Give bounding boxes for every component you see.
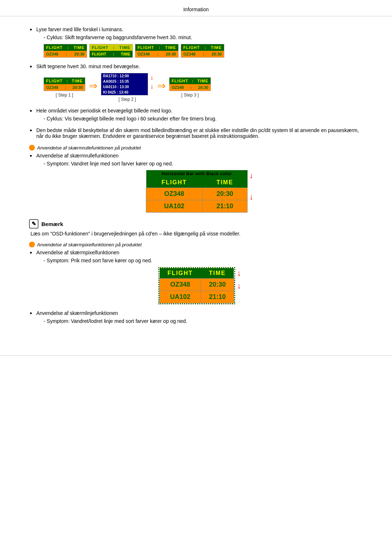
hbar-wrapper: Horizontal Bar with Black color FLIGHT T… (36, 170, 363, 213)
flight-box-1: FLIGHT:TIME OZ348:20:30 (44, 44, 87, 58)
pixel-col2-head: TIME (201, 268, 234, 279)
page-header: Information (0, 0, 392, 16)
bullet-item-1: • Lyse farver med lille forskel i lumina… (29, 26, 363, 58)
pixel-inner-table: FLIGHT TIME OZ348 20:30 UA102 (159, 268, 234, 303)
main-content: • Lyse farver med lille forskel i lumina… (0, 23, 392, 344)
scroll-subnote: - Symptom: Vandret linje med sort farver… (44, 161, 363, 167)
flight-box-2: FLIGHT:TIME FLIGHT:TIME (89, 44, 133, 58)
note-title: ✎ Bemærk (29, 219, 363, 229)
pixel-table-wrap: FLIGHT TIME OZ348 20:30 UA102 (36, 267, 363, 304)
note-section: ✎ Bemærk Læs om "OSD-funktionen" i bruge… (29, 219, 363, 237)
step2-label: [ Step 2 ] (118, 97, 136, 102)
italic-label-1: Anvendelse af skærmrullefunktionen på pr… (37, 145, 141, 151)
pixel-row2-col1: UA102 (160, 291, 201, 303)
italic-label-2: Anvendelse af skærmpixelfunktionen på pr… (37, 242, 142, 247)
pixel-subnote: - Symptom: Prik med sort farve kører op … (44, 258, 363, 263)
bullet-dot-3: • (30, 108, 32, 114)
hbar-row2-col1: UA102 (146, 200, 203, 213)
step3-wrap: FLIGHT:TIME OZ348:20:30 [ Step 3 ] (169, 77, 211, 98)
pixel-arrow-1: ↓ (237, 268, 241, 279)
step2-box: RA1710 : 12:00 AA0025 : 15:35 UA0110 : 1… (101, 73, 148, 95)
step3-data: OZ348:20:30 (170, 84, 211, 91)
page-title: Information (183, 7, 209, 12)
flight-box-4-header: FLIGHT:TIME (181, 44, 224, 51)
flight-box-3-header: FLIGHT:TIME (135, 44, 178, 51)
step2-wrap: RA1710 : 12:00 AA0025 : 15:35 UA0110 : 1… (101, 73, 154, 102)
italic-line-2: Anvendelse af skærmpixelfunktionen på pr… (29, 242, 363, 247)
hbar-arrow-1: ↓ (249, 170, 253, 181)
flight-box-2-header: FLIGHT:TIME (90, 44, 132, 51)
flight-box-3: FLIGHT:TIME OZ348:20:30 (135, 44, 179, 58)
hbar-row1-col2: 20:30 (202, 188, 247, 200)
step1-header: FLIGHT:TIME (44, 78, 85, 84)
line-bullet: • Anvendelse af skærmlinjefunktionen - S… (29, 310, 363, 324)
bullet-text-4: Den bedste måde til beskyttelse af din s… (36, 127, 359, 139)
pixel-table: FLIGHT TIME OZ348 20:30 UA102 (158, 267, 235, 304)
pixel-arrows: ↓ ↓ (237, 267, 241, 292)
flight-box-2-data: FLIGHT:TIME (90, 51, 132, 57)
pixel-bullet-text: Anvendelse af skærmpixelfunktionen (36, 250, 119, 255)
note-icon: ✎ (29, 219, 38, 229)
step3-label: [ Step 3 ] (181, 93, 199, 98)
subnote-1: - Cyklus: Skift tegnfarverne og baggrund… (44, 34, 363, 40)
pixel-with-arrow: FLIGHT TIME OZ348 20:30 UA102 (158, 267, 241, 304)
note-text: Læs om "OSD-funktionen" i brugervejledni… (30, 231, 363, 237)
hbar-table: Horizontal Bar with Black color FLIGHT T… (146, 170, 248, 213)
line-bullet-dot: • (30, 310, 32, 317)
hbar-top-label: Horizontal Bar with Black color (146, 170, 248, 177)
bullet-text-1: Lyse farver med lille forskel i luminans… (36, 26, 123, 32)
pixel-row1-col1: OZ348 (160, 279, 201, 291)
pixel-bullet: • Anvendelse af skærmpixelfunktionen - S… (29, 250, 363, 304)
bullet-item-3: • Hele området viser periodisk et bevæge… (29, 108, 363, 122)
bullet-dot-4: • (30, 127, 32, 134)
hbar-row2-col2: 21:10 (202, 200, 247, 213)
step2-arrows: ↓ ↓ (150, 73, 154, 91)
step3-header: FLIGHT:TIME (170, 78, 211, 84)
italic-line-1: Anvendelse af skærmrullefunktionen på pr… (29, 145, 363, 151)
hbar-col2-head: TIME (202, 177, 247, 188)
line-bullet-text: Anvendelse af skærmlinjefunktionen (36, 310, 118, 316)
pixel-col1-head: FLIGHT (160, 268, 201, 279)
step-group: FLIGHT:TIME OZ348:20:30 [ Step 1 ] ⇒ RA1… (44, 73, 363, 102)
step1-box: FLIGHT:TIME OZ348:20:30 (44, 77, 85, 91)
pixel-row1-col2: 20:30 (201, 279, 234, 291)
flight-display-group-1: FLIGHT:TIME OZ348:20:30 FLIGHT:TIME FLIG… (44, 44, 363, 58)
subnote-3: - Cyklus: Vis bevægeligt billede med log… (44, 116, 363, 122)
step1-wrap: FLIGHT:TIME OZ348:20:30 [ Step 1 ] (44, 77, 85, 98)
step2-box-row: RA1710 : 12:00 AA0025 : 15:35 UA0110 : 1… (101, 73, 154, 95)
step-arrow-2: ⇒ (157, 80, 166, 92)
step3-box: FLIGHT:TIME OZ348:20:30 (169, 77, 211, 91)
pixel-arrow-2: ↓ (237, 280, 241, 292)
page-divider (0, 355, 392, 356)
pixel-dotted-border: FLIGHT TIME OZ348 20:30 UA102 (158, 267, 235, 304)
flight-box-1-header: FLIGHT:TIME (44, 44, 87, 51)
step1-label: [ Step 1 ] (56, 93, 73, 98)
down-arrow-1: ↓ (150, 73, 154, 82)
pixel-bullet-dot: • (30, 250, 32, 256)
note-heading: Bemærk (41, 221, 63, 227)
step2-row1: RA1710 : 12:00 (101, 73, 148, 79)
scroll-bullet: • Anvendelse af skærmrullefunktionen - S… (29, 153, 363, 213)
flight-box-4: FLIGHT:TIME OZ348:20:30 (181, 44, 224, 58)
bullet-item-2: • Skift tegnene hvert 30. minut med bevæ… (29, 63, 363, 102)
bullet-text-2: Skift tegnene hvert 30. minut med bevæge… (36, 63, 140, 69)
step2-row4: KI 0425 : 13:40 (101, 90, 148, 95)
hbar-row1-col1: OZ348 (146, 188, 203, 200)
bullet-text-3: Hele området viser periodisk et bevægeli… (36, 108, 172, 114)
bullet-dot-2: • (30, 63, 32, 70)
flight-box-1-data: OZ348:20:30 (44, 51, 87, 57)
bullet-item-4: • Den bedste måde til beskyttelse af din… (29, 127, 363, 139)
pixel-row2-col2: 21:10 (201, 291, 234, 303)
scroll-bullet-text: Anvendelse af skærmrullefunktionen (36, 153, 118, 159)
hbar-with-arrow: Horizontal Bar with Black color FLIGHT T… (146, 170, 253, 213)
scroll-bullet-dot: • (30, 153, 32, 159)
hbar-arrow-2: ↓ (249, 192, 253, 203)
hbar-arrows: ↓ ↓ (249, 170, 253, 203)
step1-data: OZ348:20:30 (44, 84, 85, 91)
orange-circle-icon-2 (29, 242, 35, 247)
down-arrow-2: ↓ (150, 82, 154, 91)
bullet-dot-1: • (30, 26, 32, 33)
step-arrow-1: ⇒ (89, 80, 97, 92)
line-subnote: - Symptom: Vandret/lodret linje med sort… (44, 318, 363, 324)
step2-row2: AA0025 : 15:35 (101, 79, 148, 84)
